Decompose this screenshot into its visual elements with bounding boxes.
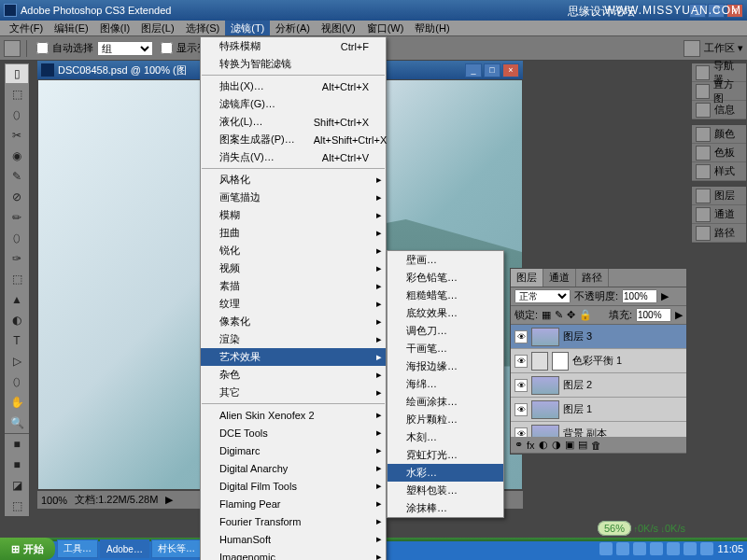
blend-mode-select[interactable]: 正常 — [514, 289, 571, 303]
filter-item[interactable]: Flaming Pear▸ — [201, 495, 386, 512]
taskbar-item[interactable]: Adobe… — [100, 539, 149, 558]
doc-maximize[interactable]: □ — [484, 63, 500, 77]
tray-icon[interactable] — [667, 542, 680, 555]
filter-item[interactable]: 模糊▸ — [201, 206, 386, 224]
doc-close[interactable]: × — [502, 63, 519, 77]
filter-item[interactable]: 像素化▸ — [201, 313, 386, 330]
color-control[interactable]: ⬚ — [5, 496, 29, 516]
layer-row[interactable]: 👁背景 副本 — [511, 422, 686, 437]
fx-icon[interactable]: fx — [527, 440, 535, 451]
menu-8[interactable]: 窗口(W) — [361, 21, 410, 35]
filter-item[interactable]: Fourier Transform▸ — [201, 512, 386, 530]
color-control[interactable]: ■ — [5, 434, 29, 455]
filter-item[interactable]: 滤镜库(G)… — [201, 95, 386, 113]
panel-tab-swatches[interactable]: 色板 — [692, 144, 746, 162]
new-layer-icon[interactable]: ▤ — [578, 439, 587, 451]
trash-icon[interactable]: 🗑 — [591, 440, 601, 451]
move-tool-icon[interactable] — [4, 40, 21, 57]
layer-row[interactable]: 👁图层 1 — [511, 398, 686, 422]
artistic-item[interactable]: 绘画涂抹… — [388, 393, 503, 411]
artistic-item[interactable]: 干画笔… — [388, 340, 503, 357]
taskbar-item[interactable]: 工具… — [57, 539, 98, 558]
menu-1[interactable]: 编辑(E) — [49, 21, 94, 35]
group-icon[interactable]: ▣ — [565, 439, 574, 451]
start-button[interactable]: ⊞ 开始 — [0, 538, 55, 560]
filter-item[interactable]: 风格化▸ — [201, 171, 386, 189]
auto-select-checkbox[interactable] — [36, 42, 49, 54]
artistic-item[interactable]: 霓虹灯光… — [388, 446, 503, 464]
filter-item[interactable]: Digital Anarchy▸ — [201, 459, 386, 477]
tool-9[interactable]: ✑ — [5, 248, 29, 269]
adjustment-icon[interactable]: ◑ — [552, 439, 561, 451]
color-control[interactable]: ■ — [5, 455, 29, 475]
tray-icon[interactable] — [633, 542, 646, 555]
artistic-item[interactable]: 海报边缘… — [388, 357, 503, 375]
filter-item[interactable]: Digimarc▸ — [201, 441, 386, 459]
tool-6[interactable]: ⊘ — [5, 187, 29, 207]
visibility-icon[interactable]: 👁 — [514, 355, 528, 368]
filter-item[interactable]: DCE Tools▸ — [201, 424, 386, 441]
lock-move-icon[interactable]: ✥ — [567, 309, 575, 321]
filter-item[interactable]: Alien Skin Xenofex 2▸ — [201, 406, 386, 424]
color-control[interactable]: ◪ — [5, 475, 29, 496]
tray-icon[interactable] — [700, 542, 713, 555]
lock-trans-icon[interactable]: ▦ — [542, 309, 551, 321]
filter-item[interactable]: 特殊模糊Ctrl+F — [201, 37, 386, 55]
filter-item[interactable]: 渲染▸ — [201, 330, 386, 348]
mask-icon[interactable]: ◐ — [539, 439, 548, 451]
visibility-icon[interactable]: 👁 — [514, 379, 528, 392]
tool-11[interactable]: ▲ — [5, 289, 29, 310]
workspace-label[interactable]: 工作区 ▾ — [704, 41, 743, 55]
layer-row[interactable]: 👁图层 3 — [511, 325, 686, 349]
panel-tab-layers[interactable]: 图层 — [692, 187, 746, 205]
tool-12[interactable]: ◐ — [5, 310, 29, 330]
tab-paths[interactable]: 路径 — [576, 269, 609, 287]
filter-item[interactable]: HumanSoft▸ — [201, 530, 386, 548]
link-icon[interactable]: ⚭ — [514, 439, 523, 451]
layer-row[interactable]: 👁色彩平衡 1 — [511, 349, 686, 373]
tray-icon[interactable] — [599, 542, 613, 555]
taskbar-item[interactable]: 村长等… — [151, 539, 202, 558]
filter-item[interactable]: 锐化▸ — [201, 242, 386, 259]
tray-icon[interactable] — [650, 542, 663, 555]
tool-1[interactable]: ⬚ — [5, 84, 29, 105]
tool-17[interactable]: 🔍 — [5, 413, 29, 433]
tool-13[interactable]: T — [5, 330, 29, 351]
filter-item[interactable]: 画笔描边▸ — [201, 189, 386, 206]
doc-minimize[interactable]: _ — [465, 63, 482, 77]
artistic-item[interactable]: 胶片颗粒… — [388, 411, 503, 428]
artistic-item[interactable]: 壁画… — [388, 251, 503, 269]
filter-item[interactable]: 消失点(V)…Alt+Ctrl+V — [201, 148, 386, 166]
filter-item[interactable]: 扭曲▸ — [201, 224, 386, 242]
panel-tab-histogram[interactable]: 直方图 — [692, 82, 746, 101]
visibility-icon[interactable]: 👁 — [514, 330, 528, 343]
visibility-icon[interactable]: 👁 — [514, 427, 528, 438]
tool-7[interactable]: ✏ — [5, 207, 29, 228]
artistic-item[interactable]: 彩色铅笔… — [388, 269, 503, 287]
filter-item[interactable]: 素描▸ — [201, 277, 386, 295]
lock-all-icon[interactable]: 🔒 — [579, 309, 592, 321]
filter-item[interactable]: 图案生成器(P)…Alt+Shift+Ctrl+X — [201, 131, 386, 148]
filter-item[interactable]: 艺术效果▸ — [201, 348, 386, 366]
lock-paint-icon[interactable]: ✎ — [555, 309, 563, 321]
tool-8[interactable]: ⬯ — [5, 228, 29, 248]
screen-mode-icon[interactable] — [684, 40, 700, 57]
tool-10[interactable]: ⬚ — [5, 269, 29, 289]
menu-5[interactable]: 滤镜(T) — [225, 21, 270, 35]
tray-icon[interactable] — [616, 542, 629, 555]
zoom-level[interactable]: 100% — [41, 495, 67, 506]
artistic-item[interactable]: 调色刀… — [388, 322, 503, 340]
artistic-item[interactable]: 底纹效果… — [388, 304, 503, 322]
auto-select-type[interactable]: 组 — [97, 41, 153, 56]
panel-tab-color[interactable]: 颜色 — [692, 125, 746, 144]
fill-input[interactable] — [636, 308, 671, 322]
menu-0[interactable]: 文件(F) — [4, 21, 49, 35]
filter-item[interactable]: 杂色▸ — [201, 366, 386, 384]
filter-item[interactable]: 抽出(X)…Alt+Ctrl+X — [201, 77, 386, 95]
menu-4[interactable]: 选择(S) — [180, 21, 226, 35]
filter-item[interactable]: 其它▸ — [201, 384, 386, 401]
tool-2[interactable]: ⬯ — [5, 105, 29, 125]
menu-9[interactable]: 帮助(H) — [409, 21, 455, 35]
artistic-item[interactable]: 水彩… — [388, 464, 503, 482]
tool-14[interactable]: ▷ — [5, 351, 29, 371]
